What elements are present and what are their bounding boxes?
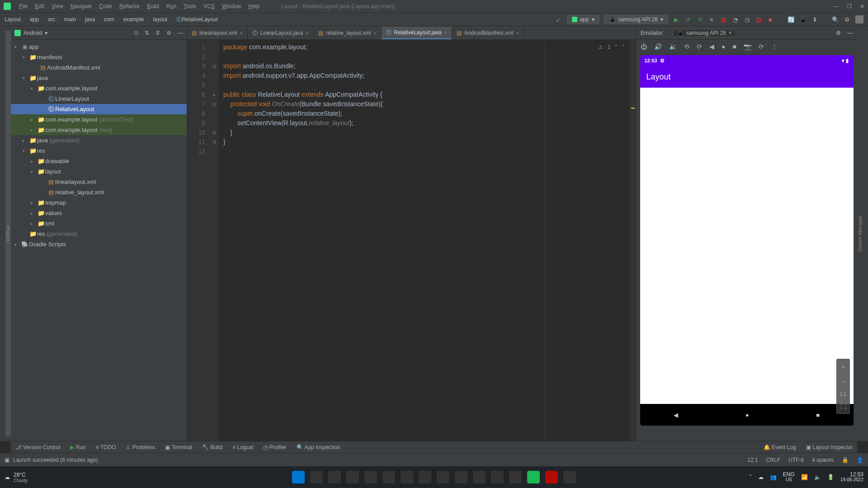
tray-volume-icon[interactable]: 🔈 — [814, 474, 821, 480]
taskbar-app-icon[interactable] — [346, 471, 359, 483]
tool-logcat[interactable]: ≡ Logcat — [232, 444, 253, 450]
crumb-3[interactable]: main — [64, 16, 76, 23]
menu-window[interactable]: Window — [218, 3, 245, 9]
run-config-app[interactable]: app▾ — [567, 15, 599, 24]
menu-refactor[interactable]: Refactor — [116, 3, 143, 9]
volume-down-icon[interactable]: 🔉 — [669, 43, 677, 50]
volume-up-icon[interactable]: 🔊 — [654, 43, 662, 50]
device-selector[interactable]: 📱samsung API 28▾ — [604, 15, 668, 24]
tree-package-androidtest[interactable]: ▸📁com.example.layout (androidTest) — [11, 114, 187, 125]
tab-linearlayout-java[interactable]: ⒸLinearLayout.java× — [248, 27, 314, 39]
tree-drawable[interactable]: ▸📁drawable — [11, 156, 187, 166]
apply-code-changes-icon[interactable]: ⟲ — [696, 16, 703, 23]
spotify-icon[interactable] — [527, 471, 540, 483]
line-separator[interactable]: CRLF — [766, 457, 780, 463]
project-view-mode[interactable]: Android — [24, 30, 42, 36]
account-icon[interactable] — [855, 15, 863, 23]
tray-onedrive-icon[interactable]: ☁ — [758, 474, 764, 480]
phone-back-icon[interactable]: ◀ — [674, 412, 678, 418]
project-tree[interactable]: ▾▣app ▾📁manifests ▤AndroidManifest.xml ▾… — [11, 40, 187, 441]
tool-event-log[interactable]: 🔔 Event Log — [764, 444, 796, 450]
panel-settings-gear-icon[interactable]: ⚙ — [166, 30, 171, 36]
taskbar-app-icon[interactable] — [401, 471, 413, 483]
tree-package-test[interactable]: ▸📁com.example.layout (test) — [11, 125, 187, 135]
sync-gradle-icon[interactable]: 🔄 — [788, 16, 795, 23]
coverage-icon[interactable]: ◔ — [731, 16, 739, 23]
next-highlight-icon[interactable]: ˅ — [622, 42, 625, 52]
screenshot-icon[interactable]: 📷 — [744, 43, 751, 50]
bug-icon[interactable]: 🐞 — [720, 16, 727, 23]
hide-panel-icon[interactable]: ― — [178, 30, 183, 36]
menu-build[interactable]: Build — [143, 3, 163, 9]
zoom-actual-label[interactable]: 1:1 — [840, 392, 846, 397]
tree-java[interactable]: ▾📁java — [11, 73, 187, 83]
maximize-icon[interactable]: ❐ — [847, 3, 852, 9]
zoom-fit-icon[interactable]: ⛶ — [840, 403, 846, 410]
crumb-8[interactable]: RelativeLayout — [182, 16, 217, 23]
tree-values[interactable]: ▸📁values — [11, 208, 187, 218]
sdk-manager-icon[interactable]: ⬇ — [811, 16, 818, 23]
side-tab-project[interactable]: Project — [5, 31, 11, 436]
menu-edit[interactable]: Edit — [31, 3, 48, 9]
overview-nav-icon[interactable]: ■ — [732, 43, 736, 50]
emulator-settings-gear-icon[interactable]: ⚙ — [836, 30, 841, 36]
run-icon[interactable]: ▶ — [673, 16, 680, 23]
tool-version-control[interactable]: ⎇ Version Control — [15, 444, 60, 450]
tool-build[interactable]: 🔨 Build — [202, 444, 222, 450]
prev-highlight-icon[interactable]: ˄ — [615, 42, 618, 52]
close-icon[interactable]: × — [516, 30, 519, 36]
menu-code[interactable]: Code — [95, 3, 116, 9]
menu-file[interactable]: File — [15, 3, 31, 9]
file-explorer-icon[interactable] — [382, 471, 395, 483]
tree-relative-layout[interactable]: ⒸRelativeLayout — [11, 104, 187, 114]
apply-changes-icon[interactable]: ⟳ — [684, 16, 692, 23]
menu-view[interactable]: View — [48, 3, 67, 9]
close-icon[interactable]: × — [444, 30, 447, 35]
code-area[interactable]: 123456789101112 ⊟▸⊟⊟⊟ package com.exampl… — [187, 40, 636, 441]
inspection-widget[interactable]: ⚠1˄˅ — [599, 42, 625, 52]
marker-bar[interactable] — [629, 40, 636, 441]
tray-lang1[interactable]: ENG — [783, 472, 795, 477]
tool-app-inspection[interactable]: 🔍 App Inspection — [297, 444, 340, 450]
power-icon[interactable]: ⏻ — [641, 43, 647, 50]
crumb-4[interactable]: java — [85, 16, 95, 23]
taskbar-app-icon[interactable] — [437, 471, 449, 483]
pdf-icon[interactable] — [545, 471, 558, 483]
close-window-icon[interactable]: ✕ — [860, 3, 864, 9]
debug-icon[interactable]: ≡ — [708, 16, 715, 23]
tree-relativelayout-xml[interactable]: ▤relative_layout.xml — [11, 187, 187, 197]
close-icon[interactable]: × — [240, 30, 242, 36]
settings-gear-icon[interactable]: ⚙ — [844, 16, 851, 23]
back-nav-icon[interactable]: ◀ — [709, 43, 714, 50]
avd-manager-icon[interactable]: 📱 — [799, 16, 807, 23]
taskbar-weather[interactable]: ☁ 28°CCloudy — [5, 472, 28, 483]
taskbar-app-icon[interactable] — [491, 471, 504, 483]
tray-teams-icon[interactable]: 👥 — [770, 474, 777, 480]
taskbar-app-icon[interactable] — [509, 471, 522, 483]
task-view-icon[interactable] — [328, 471, 341, 483]
home-nav-icon[interactable]: ● — [722, 43, 725, 50]
tree-linearlayout-xml[interactable]: ▤linearlayout.xml — [11, 177, 187, 187]
crumb-2[interactable]: src — [48, 16, 55, 23]
phone-frame[interactable]: 12:53 ⚙ ▾ ▮ Layout ◀ ● ■ — [640, 55, 854, 426]
crumb-6[interactable]: example — [123, 16, 144, 23]
rotate-right-icon[interactable]: ⟳ — [697, 43, 702, 50]
tree-package[interactable]: ▾📁com.example.layout — [11, 83, 187, 94]
more-icon[interactable]: ⋮ — [771, 43, 778, 50]
caret-position[interactable]: 12:1 — [747, 457, 758, 463]
tray-chevron-icon[interactable]: ˄ — [749, 474, 752, 480]
tab-androidmanifest[interactable]: ▤AndroidManifest.xml× — [452, 27, 524, 39]
minimize-icon[interactable]: ― — [833, 3, 839, 9]
tool-terminal[interactable]: ▣ Terminal — [165, 444, 192, 450]
tool-layout-inspector[interactable]: ▣ Layout Inspector — [806, 444, 853, 450]
breadcrumb[interactable]: Layout〉 app〉 src〉 main〉 java〉 com〉 examp… — [5, 16, 218, 23]
vscode-icon[interactable] — [473, 471, 486, 483]
close-icon[interactable]: × — [373, 30, 376, 36]
phone-overview-icon[interactable]: ■ — [816, 412, 820, 418]
menu-run[interactable]: Run — [163, 3, 180, 9]
tray-time[interactable]: 12:53 — [840, 472, 863, 477]
search-taskbar-icon[interactable] — [310, 471, 323, 483]
phone-home-icon[interactable]: ● — [745, 412, 749, 418]
menu-help[interactable]: Help — [245, 3, 263, 9]
tab-relativelayout-xml[interactable]: ▤relative_layout.xml× — [314, 27, 382, 39]
